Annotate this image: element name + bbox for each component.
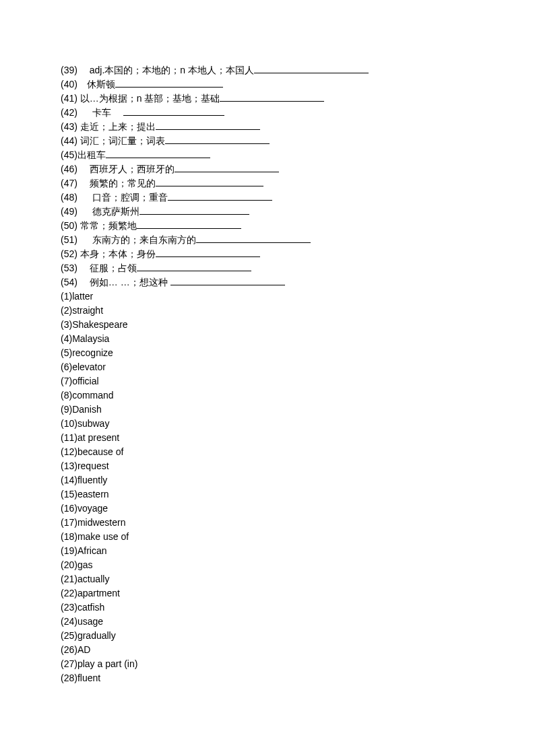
question-number: (49) — [61, 206, 77, 217]
answer-text: Shakespeare — [72, 319, 128, 330]
answer-text: elevator — [72, 362, 106, 372]
answer-item: (2)straight — [61, 304, 474, 318]
fill-blank[interactable] — [137, 219, 241, 229]
answer-item: (18)make use of — [61, 530, 474, 544]
question-pre-space — [77, 263, 90, 273]
question-number: (42) — [61, 107, 77, 118]
answer-text: recognize — [72, 347, 113, 358]
fill-blank[interactable] — [115, 77, 223, 88]
question-number: (39) — [61, 65, 77, 75]
question-item: (43) 走近；上来；提出 — [61, 120, 474, 134]
fill-blank[interactable] — [156, 120, 260, 130]
answer-text: latter — [72, 291, 93, 302]
answer-item: (14)fluently — [61, 473, 474, 487]
answer-list: (1)latter(2)straight(3)Shakespeare(4)Mal… — [61, 289, 474, 685]
fill-blank[interactable] — [196, 233, 311, 243]
question-pre-space — [77, 206, 92, 217]
answer-number: (7) — [61, 376, 72, 386]
question-number: (44) — [61, 135, 77, 146]
fill-blank[interactable] — [254, 63, 369, 73]
answer-item: (20)gas — [61, 558, 474, 572]
question-number: (40) — [61, 79, 77, 90]
answer-number: (3) — [61, 319, 72, 330]
answer-number: (10) — [61, 418, 77, 429]
question-text: 德克萨斯州 — [92, 206, 139, 217]
question-item: (53) 征服；占领 — [61, 261, 474, 275]
answer-number: (24) — [61, 616, 77, 627]
question-item: (39) adj.本国的；本地的；n 本地人；本国人 — [61, 63, 474, 77]
answer-item: (8)command — [61, 388, 474, 403]
answer-item: (15)eastern — [61, 487, 474, 502]
answer-number: (4) — [61, 333, 72, 344]
question-item: (51) 东南方的；来自东南方的 — [61, 233, 474, 247]
question-item: (42) 卡车 — [61, 106, 474, 120]
question-number: (41) — [61, 93, 77, 104]
fill-blank[interactable] — [106, 148, 210, 158]
question-pre-space — [77, 192, 92, 203]
question-number: (50) — [61, 220, 77, 231]
answer-number: (25) — [61, 630, 77, 641]
fill-blank[interactable] — [123, 106, 224, 116]
question-text: 口音；腔调；重音 — [92, 192, 168, 203]
question-pre-space — [77, 234, 92, 245]
question-pre-space — [77, 178, 90, 188]
answer-item: (19)African — [61, 544, 474, 558]
fill-blank[interactable] — [156, 247, 260, 257]
fill-blank[interactable] — [137, 261, 251, 271]
answer-text: African — [77, 545, 107, 556]
question-list: (39) adj.本国的；本地的；n 本地人；本国人(40) 休斯顿(41) 以… — [61, 63, 474, 289]
answer-item: (24)usage — [61, 615, 474, 629]
answer-number: (23) — [61, 602, 77, 613]
answer-text: midwestern — [77, 517, 126, 528]
answer-text: apartment — [77, 588, 120, 598]
answer-number: (8) — [61, 390, 72, 401]
answer-text: AD — [77, 644, 90, 655]
question-item: (47) 频繁的；常见的 — [61, 176, 474, 191]
question-number: (53) — [61, 263, 77, 273]
answer-item: (25)gradually — [61, 629, 474, 643]
question-text: adj.本国的；本地的；n 本地人；本国人 — [90, 65, 254, 75]
answer-text: play a part (in) — [77, 658, 137, 669]
answer-number: (17) — [61, 517, 77, 528]
fill-blank[interactable] — [165, 134, 270, 144]
fill-blank[interactable] — [170, 275, 285, 285]
question-pre-space — [77, 79, 87, 90]
fill-blank[interactable] — [156, 176, 263, 186]
answer-item: (27)play a part (in) — [61, 657, 474, 671]
answer-item: (11)at present — [61, 431, 474, 445]
fill-blank[interactable] — [220, 92, 324, 102]
question-item: (45)出租车 — [61, 148, 474, 162]
answer-number: (22) — [61, 588, 77, 598]
answer-item: (16)voyage — [61, 502, 474, 516]
question-number: (46) — [61, 164, 77, 174]
question-text: 征服；占领 — [90, 263, 137, 273]
fill-blank[interactable] — [175, 162, 279, 172]
fill-blank[interactable] — [139, 205, 249, 215]
fill-blank[interactable] — [168, 191, 272, 201]
question-item: (41) 以…为根据；n 基部；基地；基础 — [61, 92, 474, 106]
question-text: 以…为根据；n 基部；基地；基础 — [80, 93, 220, 104]
answer-text: eastern — [77, 489, 109, 500]
answer-item: (21)actually — [61, 572, 474, 586]
answer-number: (5) — [61, 347, 72, 358]
question-item: (48) 口音；腔调；重音 — [61, 191, 474, 205]
answer-item: (10)subway — [61, 417, 474, 431]
question-item: (40) 休斯顿 — [61, 77, 474, 92]
question-text: 例如… …；想这种 — [90, 277, 170, 287]
question-pre-space — [77, 277, 90, 287]
answer-text: actually — [77, 574, 109, 584]
answer-item: (9)Danish — [61, 403, 474, 417]
answer-number: (13) — [61, 460, 77, 471]
answer-text: Malaysia — [72, 333, 109, 344]
answer-text: at present — [77, 432, 119, 443]
answer-text: usage — [77, 616, 103, 627]
question-pre-space — [77, 107, 92, 118]
question-item: (44) 词汇；词汇量；词表 — [61, 134, 474, 148]
answer-text: because of — [77, 446, 124, 457]
answer-text: gradually — [77, 630, 116, 641]
question-item: (49) 德克萨斯州 — [61, 205, 474, 219]
answer-item: (22)apartment — [61, 586, 474, 600]
answer-text: gas — [77, 559, 93, 570]
answer-item: (26)AD — [61, 643, 474, 657]
question-item: (54) 例如… …；想这种 — [61, 275, 474, 289]
